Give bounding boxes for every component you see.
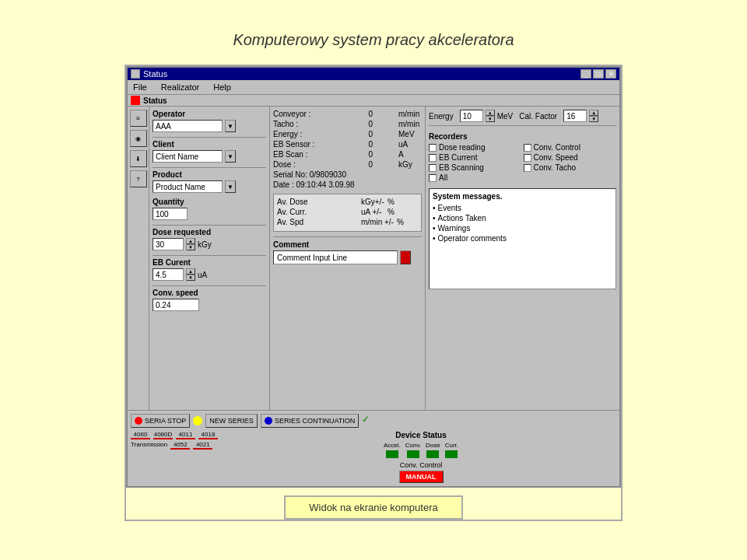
counter-4052: 4052 — [170, 441, 190, 450]
eb-curent-input[interactable] — [153, 268, 184, 281]
serial-row: Serial No: 0/9809030 — [273, 170, 422, 179]
status-bar: Status — [128, 95, 619, 107]
messages-title: System messages. — [433, 192, 612, 201]
counter-4052-value — [170, 448, 190, 450]
comment-input[interactable]: Comment Input Line — [273, 250, 398, 264]
product-input[interactable] — [153, 180, 223, 193]
av-curr-unit: uA +/- — [361, 208, 384, 216]
client-label: Client — [153, 140, 266, 149]
product-dropdown[interactable]: ▼ — [225, 180, 236, 193]
bottom-caption-text: Widok na ekranie komputera — [309, 502, 437, 513]
check-icon: ✓ — [362, 414, 370, 428]
series-continuation-label: SERIES CONTINUATION — [275, 417, 355, 425]
eb-spin-down[interactable]: ▼ — [186, 275, 195, 281]
new-series-button[interactable]: NEW SERIES — [205, 414, 258, 428]
toolbar-btn-1[interactable]: ≡ — [130, 110, 147, 127]
recorders-label: Recorders — [429, 132, 616, 141]
device-curr: Curr. — [445, 442, 458, 458]
checkbox-eb-scanning[interactable] — [429, 164, 437, 172]
seria-stop-button[interactable]: SERIA STOP — [131, 414, 190, 428]
client-group: Client ▼ — [153, 140, 266, 163]
cal-spin-up[interactable]: ▲ — [589, 110, 598, 116]
conv-speed-input[interactable] — [153, 299, 199, 311]
counters-section: 4060 4080D 4011 — [131, 431, 218, 451]
series-continuation-button[interactable]: SERIES CONTINUATION — [261, 414, 359, 428]
eb-scan-unit: A — [398, 150, 422, 159]
tacho-label: Tacho : — [273, 120, 331, 128]
recorder-dose-reading: Dose reading — [429, 143, 522, 152]
av-curr-label: Av. Curr. — [277, 208, 324, 216]
status-indicator — [131, 96, 140, 105]
counter-4060-value — [131, 438, 150, 439]
dose-requested-input[interactable] — [153, 238, 184, 250]
av-spd-label: Av. Spd — [277, 218, 324, 226]
message-operator-comments: • Operator comments — [433, 234, 612, 243]
checkbox-eb-current[interactable] — [429, 154, 437, 162]
menu-file[interactable]: File — [131, 82, 149, 93]
dose-display-unit: kGy — [398, 160, 422, 169]
eb-sensor-unit: uA — [398, 140, 422, 149]
dose-indicator — [426, 450, 439, 458]
client-input[interactable] — [153, 150, 223, 163]
counter-4018-value — [198, 438, 218, 439]
messages-box: System messages. • Events • Actions Take… — [429, 188, 616, 289]
window-title: Status — [143, 69, 167, 79]
tacho-unit: m/min — [398, 120, 422, 128]
counter-4018: 4018 — [198, 431, 218, 439]
conv-speed-group: Conv. speed — [153, 289, 266, 311]
eb-curent-group: EB Curent ▲ ▼ uA — [153, 258, 266, 281]
left-toolbar: ≡ ◉ ⬇ ? — [128, 107, 149, 410]
eb-scan-value: 0 — [357, 150, 373, 159]
energy-spin-down[interactable]: ▼ — [486, 116, 495, 122]
dose-spin-up[interactable]: ▲ — [186, 238, 195, 244]
operator-input[interactable] — [153, 120, 223, 132]
minimize-button[interactable]: _ — [580, 69, 591, 79]
message-warnings: • Warnings — [433, 224, 612, 233]
recorders-section: Recorders Dose reading Conv. Control — [429, 132, 616, 182]
maximize-button[interactable]: □ — [593, 69, 604, 79]
accel-indicator — [386, 450, 398, 458]
energy-spin-up[interactable]: ▲ — [486, 110, 495, 116]
cal-factor-input[interactable] — [563, 110, 587, 122]
recorder-conv-tacho: Conv. Tacho — [524, 163, 617, 172]
checkbox-conv-tacho[interactable] — [524, 164, 531, 172]
menu-realizator[interactable]: Realizator — [159, 82, 202, 93]
device-status-box: Device Status Accel. Conv. Dos — [226, 431, 616, 483]
counter-4021: 4021 — [193, 441, 212, 450]
dose-spin-down[interactable]: ▼ — [186, 244, 195, 250]
eb-spin-up[interactable]: ▲ — [186, 268, 195, 275]
right-panel: Energy ▲ ▼ MeV Cal. Factor — [426, 107, 619, 410]
close-button[interactable]: ✕ — [605, 69, 616, 79]
energy-right-label: Energy — [429, 112, 454, 121]
client-dropdown[interactable]: ▼ — [225, 150, 236, 163]
energy-display-value: 0 — [357, 130, 373, 138]
eb-unit: uA — [198, 271, 207, 279]
toolbar-btn-3[interactable]: ⬇ — [130, 150, 147, 167]
conveyor-unit: m/min — [398, 110, 422, 118]
manual-button[interactable]: MANUAL — [399, 471, 444, 483]
page-title: Komputerowy system pracy akceleratora — [0, 0, 747, 65]
product-label: Product — [153, 170, 266, 179]
energy-value-input[interactable] — [460, 110, 483, 122]
operator-dropdown[interactable]: ▼ — [225, 120, 236, 132]
conveyor-label: Conveyor : — [273, 110, 331, 118]
menu-help[interactable]: Help — [211, 82, 233, 93]
curr-indicator — [445, 450, 458, 458]
cal-spin-down[interactable]: ▼ — [589, 116, 598, 122]
operator-group: Operator ▼ — [153, 110, 266, 132]
checkbox-conv-control[interactable] — [524, 144, 531, 152]
checkbox-conv-speed[interactable] — [524, 154, 531, 162]
middle-panel: Conveyor : 0 m/min Tacho : 0 m/min Energ… — [270, 107, 426, 410]
checkbox-all[interactable] — [429, 174, 437, 182]
counter-4080D: 4080D — [153, 431, 173, 439]
eb-scan-label: EB Scan : — [273, 150, 331, 159]
message-events: • Events — [433, 204, 612, 212]
toolbar-btn-2[interactable]: ◉ — [130, 130, 147, 147]
av-dose-percent: % — [388, 198, 403, 206]
eb-sensor-label: EB Sensor : — [273, 140, 331, 149]
toolbar-btn-4[interactable]: ? — [130, 170, 147, 187]
eb-curent-label: EB Curent — [153, 258, 266, 267]
counter-4011-value — [176, 438, 195, 439]
checkbox-dose-reading[interactable] — [429, 144, 437, 152]
quantity-input[interactable] — [153, 208, 188, 220]
